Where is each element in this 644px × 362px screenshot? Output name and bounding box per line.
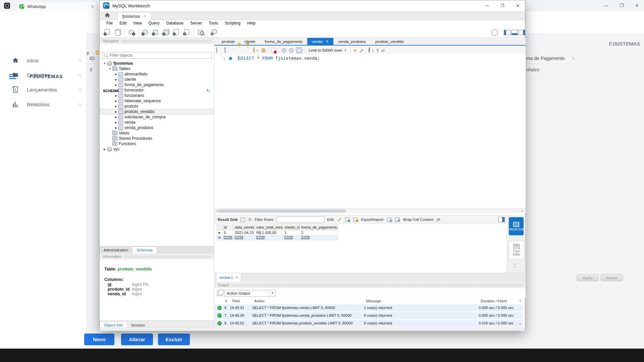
query-tab-cliente[interactable]: cliente bbox=[239, 38, 260, 45]
excluir-button[interactable]: Excluir bbox=[158, 334, 190, 345]
tree-table-venda[interactable]: ▶venda bbox=[100, 120, 214, 125]
browser-minimize-button[interactable]: — bbox=[599, 0, 613, 11]
result-tab-venda1[interactable]: venda 1 ✕ bbox=[217, 273, 241, 282]
cell-id[interactable]: 3 bbox=[222, 230, 233, 235]
cell-null[interactable]: NULL bbox=[255, 235, 283, 240]
cell-data-venda[interactable]: 2021-04-23 bbox=[233, 230, 255, 235]
tab-close-icon[interactable]: ✕ bbox=[91, 4, 94, 9]
column-header-payment[interactable]: ma de Pagamento bbox=[526, 56, 565, 61]
tree-table-hibernate-sequence[interactable]: ▶hibernate_sequence bbox=[100, 98, 214, 104]
apply-button[interactable]: Apply bbox=[577, 274, 599, 281]
menu-server[interactable]: Server bbox=[187, 21, 205, 25]
wb-maximize-button[interactable]: ❐ bbox=[497, 1, 507, 10]
inspector-icon[interactable]: i bbox=[128, 29, 135, 36]
col-header-forma-de-pagamento-id[interactable]: forma_de_pagamento_id bbox=[300, 224, 338, 230]
edit-cell-icon[interactable] bbox=[338, 218, 341, 222]
scrollbar-thumb[interactable] bbox=[218, 209, 346, 213]
save-snippet-icon[interactable]: ★ bbox=[353, 48, 358, 53]
sidebar-item-cadastros[interactable]: Cadastros › bbox=[0, 68, 86, 81]
schema-filter[interactable] bbox=[102, 52, 212, 59]
export-grid-icon[interactable]: ▼ bbox=[387, 217, 392, 222]
col-header-data-venda[interactable]: data_venda bbox=[233, 224, 255, 230]
cell-null[interactable]: NULL bbox=[300, 235, 338, 240]
import-grid-icon[interactable]: ▲ bbox=[395, 217, 400, 222]
tree-views-folder[interactable]: Views bbox=[100, 130, 214, 136]
connection-tab-fjsistemas[interactable]: fjsistemas ✕ bbox=[117, 12, 151, 20]
refresh-grid-icon[interactable]: ↻ bbox=[248, 217, 252, 222]
wrap-content-icon[interactable]: Ⅰ̲A bbox=[437, 218, 440, 222]
alterar-button[interactable]: Alterar bbox=[121, 334, 153, 345]
scroll-left-icon[interactable]: ◄ bbox=[215, 209, 218, 213]
new-schema-icon[interactable]: + bbox=[142, 29, 149, 36]
menu-database[interactable]: Database bbox=[163, 21, 187, 25]
query-tab-venda[interactable]: venda✕ bbox=[307, 38, 334, 45]
tree-table-cliente[interactable]: ▶cliente bbox=[100, 77, 214, 82]
sidebar-item-inicio[interactable]: Inicio › bbox=[0, 54, 86, 67]
col-header-valor-total-venda[interactable]: valor_total_venda bbox=[255, 224, 283, 230]
scroll-up-icon[interactable]: ▲ bbox=[519, 299, 522, 302]
grid-new-row[interactable]: ✱ NULL NULL NULL NULL NULL bbox=[217, 235, 338, 240]
col-header-cliente-id[interactable]: cliente_id bbox=[283, 224, 300, 230]
new-table-icon[interactable]: + bbox=[152, 29, 159, 36]
new-sql-tab-icon[interactable]: + bbox=[104, 29, 111, 36]
tab-schemas[interactable]: Schemas bbox=[132, 246, 157, 253]
execute-query-icon[interactable] bbox=[236, 48, 242, 53]
tab-close-icon[interactable]: ✕ bbox=[235, 276, 238, 279]
scroll-right-icon[interactable]: ► bbox=[521, 209, 524, 213]
filter-rows-input[interactable] bbox=[277, 217, 324, 223]
invisible-characters-icon[interactable]: ¶ bbox=[376, 48, 379, 53]
row-limit-dropdown[interactable]: Limit to 50000 rows ▼ bbox=[307, 48, 348, 52]
wb-close-button[interactable]: ✕ bbox=[513, 1, 523, 10]
tree-table-produto-vendido[interactable]: ▶produto_vendido bbox=[100, 109, 214, 114]
new-procedure-icon[interactable]: + bbox=[173, 29, 180, 36]
tree-schema-sys[interactable]: ▶sys bbox=[100, 146, 214, 152]
execute-current-statement-icon[interactable] bbox=[244, 48, 250, 53]
cell-id-value[interactable]: 3 bbox=[90, 67, 92, 72]
tree-table-forma-de-pagamento[interactable]: ▶forma_de_pagamento bbox=[100, 82, 214, 87]
new-function-icon[interactable]: ƒ bbox=[183, 29, 191, 36]
revert-button[interactable]: Revert bbox=[601, 274, 623, 281]
grid-data-row[interactable]: ▶ 3 2021-04-23 R$ 1.000,00 1 2 bbox=[217, 230, 338, 235]
output-row[interactable]: ✓ 6 14:45:31 SELECT * FROM fjsistemas.ve… bbox=[214, 304, 523, 311]
toggle-stop-on-error-icon[interactable] bbox=[271, 48, 276, 53]
find-panel-icon[interactable] bbox=[368, 48, 374, 53]
query-tab-produto-vendido[interactable]: produto_vendido bbox=[371, 38, 409, 45]
open-sql-script-icon[interactable] bbox=[114, 29, 121, 36]
add-row-icon[interactable]: + bbox=[345, 217, 350, 222]
tree-functions-folder[interactable]: Functions bbox=[100, 141, 214, 146]
output-header[interactable]: Output bbox=[214, 282, 526, 288]
tree-table-solicitacao-de-compra[interactable]: ▶solicitacao_de_compra bbox=[100, 114, 214, 120]
output-mode-select[interactable]: Action Output ▼ bbox=[224, 290, 275, 297]
reconnect-dbms-icon[interactable]: ↓ bbox=[211, 29, 218, 36]
query-tab-forma-de-pagamento[interactable]: forma_de_pagamento bbox=[260, 38, 307, 45]
menu-edit[interactable]: Edit bbox=[116, 21, 130, 25]
toggle-right-panel-icon[interactable] bbox=[519, 30, 525, 35]
tree-stored-procedures-folder[interactable]: Stored Procedures bbox=[100, 136, 214, 141]
sql-statement[interactable]: SELECT * FROM fjsistemas.venda; bbox=[238, 56, 320, 61]
output-row[interactable]: ✓ 8 14:45:52 SELECT * FROM fjsistemas.pr… bbox=[214, 320, 523, 327]
novo-button[interactable]: Novo bbox=[84, 334, 114, 345]
search-table-data-icon[interactable] bbox=[197, 29, 204, 36]
grid-view-icon[interactable] bbox=[240, 217, 246, 222]
new-view-icon[interactable]: + bbox=[162, 29, 170, 36]
browser-app-icon[interactable] bbox=[4, 3, 10, 9]
column-header-id[interactable]: ID: bbox=[90, 56, 96, 61]
tree-table-fornecedor[interactable]: ▶fornecedor bbox=[100, 87, 214, 93]
sql-editor[interactable]: 1 SELECT * FROM fjsistemas.venda; bbox=[214, 54, 526, 208]
menu-file[interactable]: File bbox=[103, 21, 116, 25]
cell-payment-value[interactable]: nheiro bbox=[526, 67, 539, 72]
output-row[interactable]: ✓ 7 14:45:39 SELECT * FROM fjsistemas.ve… bbox=[214, 312, 523, 319]
col-header-id[interactable]: id bbox=[222, 224, 233, 230]
cell-null[interactable]: NULL bbox=[233, 235, 255, 240]
menu-query[interactable]: Query bbox=[145, 21, 163, 25]
browser-restore-button[interactable]: ❐ bbox=[614, 0, 629, 11]
sidebar-item-lancamentos[interactable]: $ Lançamentos › bbox=[0, 83, 86, 96]
sidebar-item-relatorios[interactable]: Relatórios › bbox=[0, 98, 86, 111]
browser-close-button[interactable]: ✕ bbox=[630, 0, 644, 11]
rollback-icon[interactable]: ✕ bbox=[289, 48, 294, 53]
commit-icon[interactable]: ✓ bbox=[281, 48, 286, 53]
information-header[interactable]: Information bbox=[100, 253, 214, 259]
wb-title-bar[interactable]: MySQL Workbench — ❐ ✕ bbox=[100, 0, 525, 11]
navigator-header[interactable]: Navigator bbox=[100, 38, 214, 44]
query-tab-venda-produtos[interactable]: venda_produtos bbox=[333, 38, 370, 45]
